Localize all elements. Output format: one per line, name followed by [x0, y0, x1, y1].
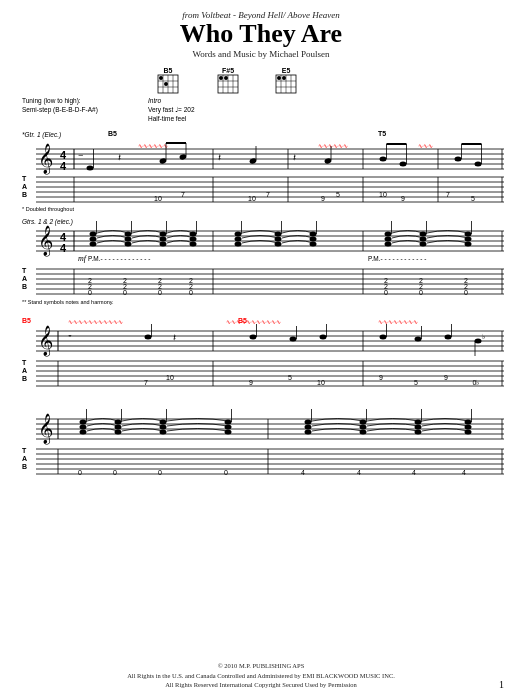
svg-text:10: 10: [154, 195, 162, 202]
svg-text:4: 4: [462, 469, 466, 476]
svg-point-259: [80, 419, 87, 424]
svg-text:A: A: [22, 367, 27, 374]
svg-text:T: T: [22, 267, 27, 274]
svg-text:Half-time feel: Half-time feel: [148, 115, 187, 122]
svg-text:*Gtr. 1 (Elec.): *Gtr. 1 (Elec.): [22, 131, 61, 139]
svg-text:T: T: [22, 175, 27, 182]
svg-text:T5: T5: [378, 130, 386, 137]
rights-line: All Rights in the U.S. and Canada Contro…: [0, 671, 522, 681]
svg-point-215: [290, 336, 297, 341]
svg-text:9: 9: [379, 374, 383, 381]
song-title: Who They Are: [18, 20, 504, 49]
svg-text:5: 5: [336, 191, 340, 198]
svg-text:10: 10: [248, 195, 256, 202]
svg-text:0: 0: [88, 289, 92, 296]
svg-text:0: 0: [158, 469, 162, 476]
svg-text:0: 0: [384, 289, 388, 296]
svg-text:E5: E5: [282, 67, 291, 74]
page: from Voltbeat - Beyond Hell/ Above Heave…: [0, 0, 522, 696]
svg-point-118: [90, 241, 97, 246]
svg-text:T: T: [22, 359, 27, 366]
svg-point-135: [235, 236, 242, 241]
svg-text:0: 0: [464, 289, 468, 296]
svg-text:0: 0: [419, 289, 423, 296]
svg-text:10: 10: [379, 191, 387, 198]
svg-text:𝄞: 𝄞: [38, 225, 53, 257]
svg-text:B: B: [22, 283, 27, 290]
svg-text:F#5: F#5: [222, 67, 234, 74]
svg-text:𝄽: 𝄽: [173, 334, 176, 341]
svg-text:P.M.- - - - - - - - - - - - -: P.M.- - - - - - - - - - - - -: [88, 255, 150, 262]
page-number: 1: [499, 679, 504, 690]
svg-point-225: [475, 338, 482, 343]
svg-text:𝄞: 𝄞: [38, 325, 53, 357]
svg-text:A: A: [22, 455, 27, 462]
svg-text:A: A: [22, 183, 27, 190]
svg-text:0♭: 0♭: [473, 379, 480, 386]
footer: © 2010 M.P. PUBLISHING APS All Rights in…: [0, 661, 522, 690]
svg-text:𝄞: 𝄞: [38, 413, 53, 445]
svg-text:𝄽: 𝄽: [293, 154, 296, 161]
svg-text:∿∿∿∿∿∿∿∿∿∿∿: ∿∿∿∿∿∿∿∿∿∿∿: [226, 319, 281, 325]
svg-point-219: [380, 334, 387, 339]
svg-text:4: 4: [412, 469, 416, 476]
svg-text:𝄽: 𝄽: [118, 154, 121, 161]
sheet-music: B5 F#5 E5 Tuning (low to high): Semi-ste…: [18, 61, 504, 651]
svg-point-276: [305, 424, 312, 429]
svg-text:7: 7: [446, 191, 450, 198]
svg-point-136: [235, 241, 242, 246]
svg-text:B: B: [22, 191, 27, 198]
svg-text:A: A: [22, 275, 27, 282]
svg-text:9: 9: [321, 195, 325, 202]
svg-text:−: −: [78, 150, 83, 160]
svg-point-213: [250, 334, 257, 339]
header: from Voltbeat - Beyond Hell/ Above Heave…: [18, 10, 504, 59]
svg-text:0: 0: [78, 469, 82, 476]
svg-text:Very fast ♩= 202: Very fast ♩= 202: [148, 106, 195, 114]
svg-point-8: [164, 82, 168, 86]
svg-point-117: [90, 236, 97, 241]
svg-text:0: 0: [158, 289, 162, 296]
svg-text:∿∿∿∿∿∿: ∿∿∿∿∿∿: [318, 143, 348, 149]
reserved-line: All Rights Reserved International Copyri…: [0, 680, 522, 690]
svg-text:7: 7: [144, 379, 148, 386]
svg-text:𝄞: 𝄞: [38, 143, 53, 175]
svg-point-261: [80, 429, 87, 434]
svg-point-48: [87, 165, 94, 170]
svg-text:* Doubled throughout: * Doubled throughout: [22, 206, 74, 212]
svg-point-71: [455, 156, 462, 161]
svg-text:∿∿∿∿∿∿∿∿: ∿∿∿∿∿∿∿∿: [378, 319, 418, 325]
svg-text:∿∿∿∿∿∿∿∿∿∿∿: ∿∿∿∿∿∿∿∿∿∿∿: [68, 319, 123, 325]
svg-text:∿∿∿: ∿∿∿: [418, 143, 433, 149]
svg-text:4: 4: [60, 242, 67, 254]
svg-text:** Stand symbols notes and har: ** Stand symbols notes and harmony.: [22, 299, 114, 305]
svg-text:0: 0: [224, 469, 228, 476]
copyright-line: © 2010 M.P. PUBLISHING APS: [0, 661, 522, 671]
svg-text:∿∿∿∿∿∿: ∿∿∿∿∿∿: [138, 143, 168, 149]
svg-point-26: [282, 76, 286, 80]
svg-point-116: [90, 231, 97, 236]
svg-text:B5: B5: [108, 130, 117, 137]
svg-text:T: T: [22, 447, 27, 454]
svg-text:mf: mf: [78, 254, 88, 263]
svg-text:9: 9: [444, 374, 448, 381]
svg-text:Tuning (low to high):: Tuning (low to high):: [22, 97, 81, 105]
svg-text:4: 4: [357, 469, 361, 476]
svg-point-223: [445, 334, 452, 339]
svg-text:0: 0: [189, 289, 193, 296]
svg-text:0: 0: [113, 469, 117, 476]
svg-text:5: 5: [288, 374, 292, 381]
svg-text:9: 9: [249, 379, 253, 386]
svg-point-217: [320, 334, 327, 339]
svg-text:Intro: Intro: [148, 97, 161, 104]
svg-text:Semi-step (B-E-B-D-F-A#): Semi-step (B-E-B-D-F-A#): [22, 106, 98, 114]
svg-point-275: [305, 419, 312, 424]
svg-text:♭: ♭: [482, 333, 485, 340]
svg-point-146: [385, 231, 392, 236]
svg-text:0: 0: [123, 289, 127, 296]
svg-point-73: [475, 161, 482, 166]
svg-text:7: 7: [181, 191, 185, 198]
svg-point-17: [224, 76, 228, 80]
svg-point-25: [277, 76, 281, 80]
svg-text:10: 10: [166, 374, 174, 381]
